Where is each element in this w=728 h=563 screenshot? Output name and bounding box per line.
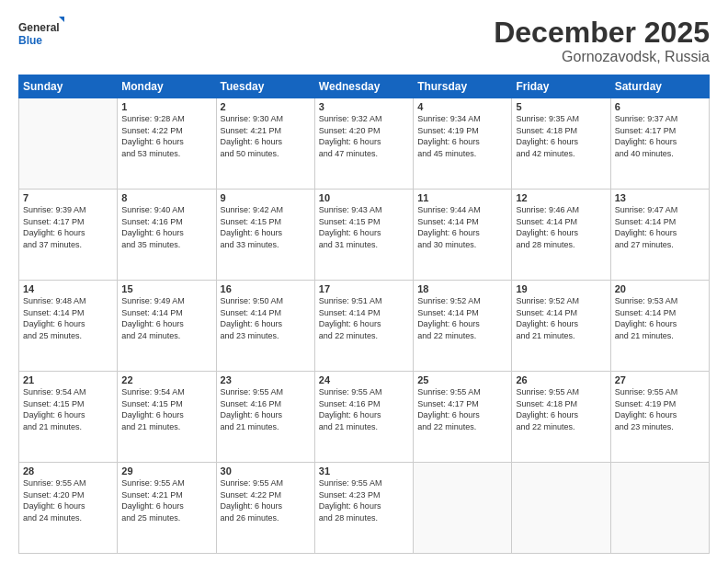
day-number: 30 xyxy=(221,465,311,477)
week-row: 7Sunrise: 9:39 AM Sunset: 4:17 PM Daylig… xyxy=(19,190,710,281)
table-cell xyxy=(19,98,118,190)
day-number: 13 xyxy=(615,192,705,203)
table-cell: 4Sunrise: 9:34 AM Sunset: 4:19 PM Daylig… xyxy=(414,98,512,190)
calendar-table: Sunday Monday Tuesday Wednesday Thursday… xyxy=(18,75,710,554)
table-cell: 25Sunrise: 9:55 AM Sunset: 4:17 PM Dayli… xyxy=(414,372,512,463)
table-cell: 29Sunrise: 9:55 AM Sunset: 4:21 PM Dayli… xyxy=(118,463,216,554)
day-info: Sunrise: 9:55 AM Sunset: 4:16 PM Dayligh… xyxy=(221,386,311,432)
table-cell: 10Sunrise: 9:43 AM Sunset: 4:15 PM Dayli… xyxy=(314,190,413,281)
logo-svg: General Blue xyxy=(18,17,64,52)
day-number: 18 xyxy=(417,283,507,294)
day-number: 11 xyxy=(417,192,507,203)
table-cell: 12Sunrise: 9:46 AM Sunset: 4:14 PM Dayli… xyxy=(512,190,610,281)
day-number: 8 xyxy=(121,192,211,203)
col-saturday: Saturday xyxy=(610,75,709,98)
day-info: Sunrise: 9:46 AM Sunset: 4:14 PM Dayligh… xyxy=(516,204,606,250)
day-info: Sunrise: 9:47 AM Sunset: 4:14 PM Dayligh… xyxy=(615,204,705,250)
day-info: Sunrise: 9:55 AM Sunset: 4:23 PM Dayligh… xyxy=(319,477,409,523)
day-info: Sunrise: 9:32 AM Sunset: 4:20 PM Dayligh… xyxy=(319,113,409,159)
day-number: 3 xyxy=(319,101,409,112)
day-info: Sunrise: 9:40 AM Sunset: 4:16 PM Dayligh… xyxy=(121,204,211,250)
svg-text:General: General xyxy=(18,21,60,34)
day-info: Sunrise: 9:55 AM Sunset: 4:18 PM Dayligh… xyxy=(516,386,606,432)
day-number: 9 xyxy=(221,192,311,203)
day-number: 27 xyxy=(615,374,705,385)
day-info: Sunrise: 9:48 AM Sunset: 4:14 PM Dayligh… xyxy=(23,295,113,341)
logo: General Blue xyxy=(18,17,64,52)
day-info: Sunrise: 9:55 AM Sunset: 4:20 PM Dayligh… xyxy=(23,477,113,523)
day-number: 24 xyxy=(319,374,409,385)
day-info: Sunrise: 9:55 AM Sunset: 4:19 PM Dayligh… xyxy=(615,386,705,432)
col-wednesday: Wednesday xyxy=(314,75,413,98)
table-cell: 23Sunrise: 9:55 AM Sunset: 4:16 PM Dayli… xyxy=(216,372,314,463)
svg-marker-2 xyxy=(59,17,64,22)
table-cell: 24Sunrise: 9:55 AM Sunset: 4:16 PM Dayli… xyxy=(314,372,413,463)
svg-text:Blue: Blue xyxy=(18,34,42,47)
table-cell: 8Sunrise: 9:40 AM Sunset: 4:16 PM Daylig… xyxy=(118,190,216,281)
day-number: 14 xyxy=(23,283,113,294)
day-info: Sunrise: 9:52 AM Sunset: 4:14 PM Dayligh… xyxy=(417,295,507,341)
day-number: 17 xyxy=(319,283,409,294)
day-number: 25 xyxy=(417,374,507,385)
table-cell: 18Sunrise: 9:52 AM Sunset: 4:14 PM Dayli… xyxy=(414,281,512,372)
table-cell: 31Sunrise: 9:55 AM Sunset: 4:23 PM Dayli… xyxy=(314,463,413,554)
day-number: 4 xyxy=(417,101,507,112)
day-number: 2 xyxy=(221,101,311,112)
day-info: Sunrise: 9:49 AM Sunset: 4:14 PM Dayligh… xyxy=(121,295,211,341)
table-cell: 1Sunrise: 9:28 AM Sunset: 4:22 PM Daylig… xyxy=(118,98,216,190)
col-monday: Monday xyxy=(118,75,216,98)
table-cell: 17Sunrise: 9:51 AM Sunset: 4:14 PM Dayli… xyxy=(314,281,413,372)
day-info: Sunrise: 9:55 AM Sunset: 4:22 PM Dayligh… xyxy=(221,477,311,523)
day-number: 23 xyxy=(221,374,311,385)
table-cell: 30Sunrise: 9:55 AM Sunset: 4:22 PM Dayli… xyxy=(216,463,314,554)
table-cell: 16Sunrise: 9:50 AM Sunset: 4:14 PM Dayli… xyxy=(216,281,314,372)
day-info: Sunrise: 9:50 AM Sunset: 4:14 PM Dayligh… xyxy=(221,295,311,341)
day-number: 22 xyxy=(121,374,211,385)
col-tuesday: Tuesday xyxy=(216,75,314,98)
table-cell: 7Sunrise: 9:39 AM Sunset: 4:17 PM Daylig… xyxy=(19,190,118,281)
table-cell: 14Sunrise: 9:48 AM Sunset: 4:14 PM Dayli… xyxy=(19,281,118,372)
day-number: 6 xyxy=(615,101,705,112)
table-cell xyxy=(414,463,512,554)
day-number: 5 xyxy=(516,101,606,112)
day-number: 28 xyxy=(23,465,113,477)
week-row: 1Sunrise: 9:28 AM Sunset: 4:22 PM Daylig… xyxy=(19,98,710,190)
day-number: 19 xyxy=(516,283,606,294)
day-number: 10 xyxy=(319,192,409,203)
col-sunday: Sunday xyxy=(19,75,118,98)
day-info: Sunrise: 9:43 AM Sunset: 4:15 PM Dayligh… xyxy=(319,204,409,250)
table-cell: 13Sunrise: 9:47 AM Sunset: 4:14 PM Dayli… xyxy=(610,190,709,281)
day-info: Sunrise: 9:54 AM Sunset: 4:15 PM Dayligh… xyxy=(23,386,113,432)
day-number: 20 xyxy=(615,283,705,294)
title-block: December 2025 Gornozavodsk, Russia xyxy=(494,17,710,65)
table-cell: 27Sunrise: 9:55 AM Sunset: 4:19 PM Dayli… xyxy=(610,372,709,463)
day-number: 7 xyxy=(23,192,113,203)
table-cell: 19Sunrise: 9:52 AM Sunset: 4:14 PM Dayli… xyxy=(512,281,610,372)
week-row: 14Sunrise: 9:48 AM Sunset: 4:14 PM Dayli… xyxy=(19,281,710,372)
day-number: 21 xyxy=(23,374,113,385)
table-cell: 5Sunrise: 9:35 AM Sunset: 4:18 PM Daylig… xyxy=(512,98,610,190)
week-row: 28Sunrise: 9:55 AM Sunset: 4:20 PM Dayli… xyxy=(19,463,710,554)
table-cell xyxy=(512,463,610,554)
day-info: Sunrise: 9:39 AM Sunset: 4:17 PM Dayligh… xyxy=(23,204,113,250)
day-info: Sunrise: 9:34 AM Sunset: 4:19 PM Dayligh… xyxy=(417,113,507,159)
calendar-header-row: Sunday Monday Tuesday Wednesday Thursday… xyxy=(19,75,710,98)
day-info: Sunrise: 9:28 AM Sunset: 4:22 PM Dayligh… xyxy=(121,113,211,159)
table-cell: 9Sunrise: 9:42 AM Sunset: 4:15 PM Daylig… xyxy=(216,190,314,281)
col-thursday: Thursday xyxy=(414,75,512,98)
day-number: 1 xyxy=(121,101,211,112)
day-number: 26 xyxy=(516,374,606,385)
month-title: December 2025 xyxy=(494,17,710,49)
table-cell: 20Sunrise: 9:53 AM Sunset: 4:14 PM Dayli… xyxy=(610,281,709,372)
day-info: Sunrise: 9:52 AM Sunset: 4:14 PM Dayligh… xyxy=(516,295,606,341)
day-info: Sunrise: 9:55 AM Sunset: 4:16 PM Dayligh… xyxy=(319,386,409,432)
day-info: Sunrise: 9:53 AM Sunset: 4:14 PM Dayligh… xyxy=(615,295,705,341)
day-info: Sunrise: 9:55 AM Sunset: 4:21 PM Dayligh… xyxy=(121,477,211,523)
table-cell: 2Sunrise: 9:30 AM Sunset: 4:21 PM Daylig… xyxy=(216,98,314,190)
col-friday: Friday xyxy=(512,75,610,98)
day-number: 15 xyxy=(121,283,211,294)
table-cell: 15Sunrise: 9:49 AM Sunset: 4:14 PM Dayli… xyxy=(118,281,216,372)
day-info: Sunrise: 9:42 AM Sunset: 4:15 PM Dayligh… xyxy=(221,204,311,250)
week-row: 21Sunrise: 9:54 AM Sunset: 4:15 PM Dayli… xyxy=(19,372,710,463)
header: General Blue December 2025 Gornozavodsk,… xyxy=(18,17,710,65)
